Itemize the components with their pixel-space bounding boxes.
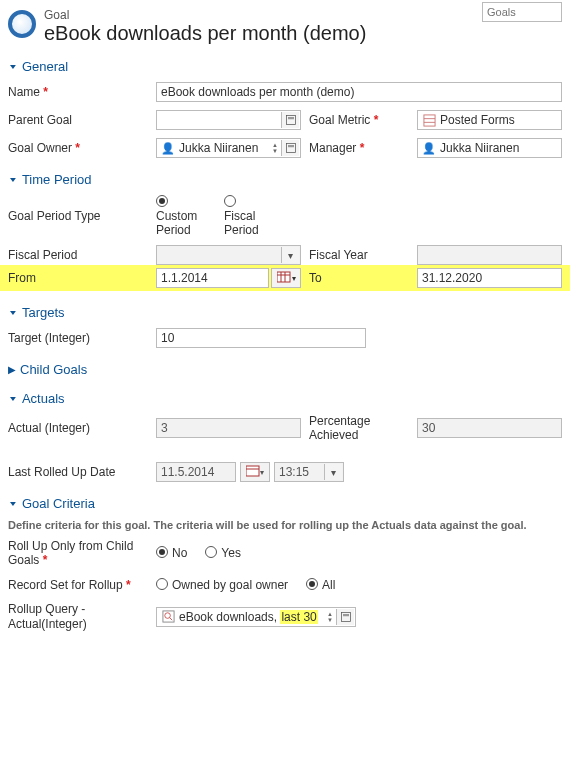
chevron-down-icon: ▾ <box>260 468 264 477</box>
section-header-time-period[interactable]: Time Period <box>8 172 562 187</box>
label-to: To <box>309 271 409 285</box>
radio-icon <box>156 195 168 207</box>
percentage-achieved-value: 30 <box>422 421 435 435</box>
chevron-down-icon <box>8 307 18 318</box>
label-goal-owner: Goal Owner <box>8 141 148 155</box>
last-rolled-date-value: 11.5.2014 <box>161 465 214 479</box>
label-rollup-query-actual: Rollup Query - Actual(Integer) <box>8 602 148 631</box>
goal-owner-lookup[interactable]: 👤 Jukka Niiranen ▲▼ <box>156 138 301 158</box>
name-field[interactable]: eBook downloads per month (demo) <box>156 82 562 102</box>
label-percentage-achieved: Percentage Achieved <box>309 414 409 442</box>
query-icon <box>161 610 175 624</box>
actual-integer-field: 3 <box>156 418 301 438</box>
chevron-down-icon[interactable]: ▾ <box>324 464 342 480</box>
goal-owner-value: Jukka Niiranen <box>179 141 258 155</box>
label-fiscal-year: Fiscal Year <box>309 248 409 262</box>
chevron-down-icon <box>8 61 18 72</box>
parent-goal-lookup[interactable] <box>156 110 301 130</box>
page-title: eBook downloads per month (demo) <box>44 22 562 45</box>
radio-icon <box>205 546 217 558</box>
svg-line-15 <box>169 617 172 620</box>
svg-rect-2 <box>423 114 434 125</box>
label-record-set: Record Set for Rollup <box>8 578 148 592</box>
target-integer-value: 10 <box>161 331 174 345</box>
svg-rect-5 <box>286 144 295 153</box>
goal-criteria-description: Define criteria for this goal. The crite… <box>8 519 562 531</box>
lookup-icon[interactable] <box>281 112 299 128</box>
label-manager: Manager <box>309 141 409 155</box>
section-header-child-goals[interactable]: Child Goals <box>8 362 562 377</box>
record-header: Goal eBook downloads per month (demo) <box>8 8 562 45</box>
label-goal-metric: Goal Metric <box>309 113 409 127</box>
radio-all[interactable]: All <box>306 578 335 592</box>
manager-lookup[interactable]: 👤 Jukka Niiranen <box>417 138 562 158</box>
lookup-icon[interactable] <box>336 609 354 625</box>
chevron-down-icon[interactable]: ▾ <box>281 247 299 263</box>
rollup-query-value: eBook downloads, last 30 <box>179 610 318 624</box>
last-rolled-time-value: 13:15 <box>279 465 309 479</box>
to-date-value: 31.12.2020 <box>422 271 482 285</box>
radio-custom-period[interactable]: Custom Period <box>156 195 206 237</box>
label-from: From <box>8 271 148 285</box>
label-name: Name <box>8 85 148 99</box>
svg-rect-16 <box>341 612 350 621</box>
radio-icon <box>156 578 168 590</box>
to-date-input[interactable]: 31.12.2020 <box>417 268 562 288</box>
lookup-icon[interactable] <box>281 140 299 156</box>
calendar-icon <box>246 465 260 480</box>
section-header-goal-criteria[interactable]: Goal Criteria <box>8 496 562 511</box>
label-fiscal-period: Fiscal Period <box>8 248 148 262</box>
section-label: Time Period <box>22 172 92 187</box>
chevron-right-icon <box>8 364 16 375</box>
label-rollup-only: Roll Up Only from Child Goals <box>8 539 148 568</box>
chevron-down-icon: ▾ <box>292 274 296 283</box>
goal-metric-lookup[interactable]: Posted Forms <box>417 110 562 130</box>
highlighted-date-range: From 1.1.2014 ▾ To 31.12.2020 <box>0 265 570 291</box>
section-label: General <box>22 59 68 74</box>
section-header-actuals[interactable]: Actuals <box>8 391 562 406</box>
radio-owned-by-owner[interactable]: Owned by goal owner <box>156 578 288 592</box>
calendar-button[interactable]: ▾ <box>271 268 301 288</box>
label-target-integer: Target (Integer) <box>8 331 148 345</box>
target-integer-input[interactable]: 10 <box>156 328 366 348</box>
radio-icon <box>156 546 168 558</box>
svg-rect-1 <box>288 117 294 119</box>
radio-fiscal-period[interactable]: Fiscal Period <box>224 195 274 237</box>
label-period-type: Goal Period Type <box>8 209 148 223</box>
chevron-down-icon <box>8 393 18 404</box>
label-last-rolled-up: Last Rolled Up Date <box>8 465 148 479</box>
section-header-general[interactable]: General <box>8 59 562 74</box>
label-actual-integer: Actual (Integer) <box>8 421 148 435</box>
section-label: Targets <box>22 305 65 320</box>
section-label: Actuals <box>22 391 65 406</box>
percentage-achieved-field: 30 <box>417 418 562 438</box>
label-parent-goal: Parent Goal <box>8 113 148 127</box>
svg-rect-6 <box>288 145 294 147</box>
name-value: eBook downloads per month (demo) <box>161 85 354 99</box>
goal-metric-value: Posted Forms <box>440 113 515 127</box>
last-rolled-date-field: 11.5.2014 <box>156 462 236 482</box>
last-rolled-time-field: 13:15 ▾ <box>274 462 344 482</box>
svg-rect-11 <box>246 466 259 476</box>
global-search-input[interactable] <box>482 2 562 22</box>
user-icon: 👤 <box>161 141 175 155</box>
section-header-targets[interactable]: Targets <box>8 305 562 320</box>
goal-icon <box>8 10 36 38</box>
svg-rect-7 <box>277 272 290 282</box>
svg-rect-17 <box>343 614 349 616</box>
from-date-value: 1.1.2014 <box>161 271 208 285</box>
metric-icon <box>422 113 436 127</box>
calendar-icon <box>277 271 291 286</box>
radio-rollup-no[interactable]: No <box>156 546 187 560</box>
chevron-down-icon <box>8 174 18 185</box>
radio-rollup-yes[interactable]: Yes <box>205 546 241 560</box>
section-label: Goal Criteria <box>22 496 95 511</box>
rollup-query-lookup[interactable]: eBook downloads, last 30 ▲▼ <box>156 607 356 627</box>
fiscal-period-select[interactable]: ▾ <box>156 245 301 265</box>
svg-rect-0 <box>286 116 295 125</box>
manager-value: Jukka Niiranen <box>440 141 519 155</box>
from-date-input[interactable]: 1.1.2014 <box>156 268 269 288</box>
section-label: Child Goals <box>20 362 87 377</box>
fiscal-year-select[interactable] <box>417 245 562 265</box>
calendar-button[interactable]: ▾ <box>240 462 270 482</box>
